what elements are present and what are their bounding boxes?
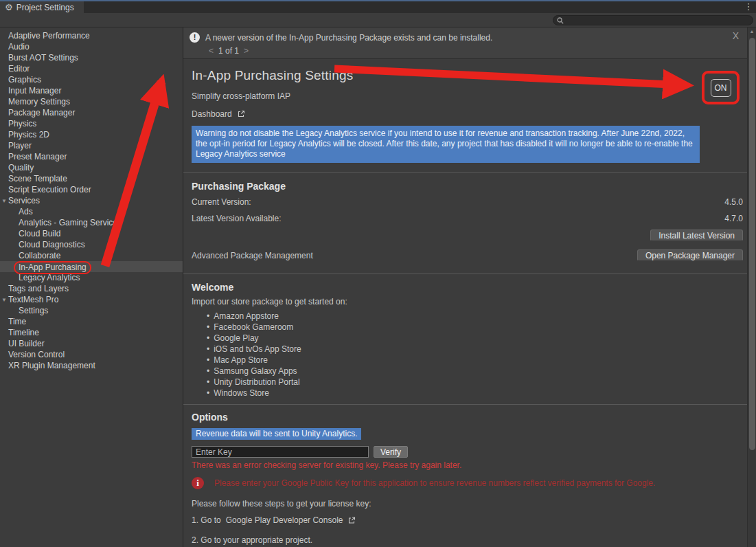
sidebar-item-label: UI Builder (8, 339, 45, 348)
store-name: Amazon Appstore (214, 311, 279, 321)
store-list-item: •Facebook Gameroom (207, 322, 743, 333)
sidebar-item-label: Cloud Diagnostics (19, 240, 85, 249)
bullet-icon: • (207, 355, 209, 365)
sidebar-item-version-control[interactable]: Version Control (0, 349, 183, 360)
sidebar-item-tags-and-layers[interactable]: Tags and Layers (0, 283, 183, 294)
pager-next-icon[interactable]: > (244, 46, 249, 56)
sidebar-item-cloud-diagnostics[interactable]: Cloud Diagnostics (0, 239, 183, 250)
sidebar-item-settings[interactable]: Settings (0, 305, 183, 316)
pager-prev-icon[interactable]: < (209, 46, 214, 56)
sidebar-item-label: Ads (19, 207, 33, 216)
sidebar-item-package-manager[interactable]: Package Manager (0, 107, 183, 118)
tab-project-settings[interactable]: ⚙ Project Settings (0, 1, 84, 13)
toolbar (0, 13, 756, 27)
store-list-item: •Mac App Store (207, 355, 743, 366)
sidebar-item-audio[interactable]: Audio (0, 41, 183, 52)
bullet-icon: • (207, 333, 209, 343)
search-input[interactable] (566, 16, 746, 25)
kebab-menu-icon[interactable]: ⋮ (741, 1, 756, 13)
sidebar-list: Adaptive PerformanceAudioBurst AOT Setti… (0, 30, 183, 371)
store-name: Facebook Gameroom (214, 322, 293, 332)
banner-message: A newer version of the In-App Purchasing… (205, 33, 492, 43)
bullet-icon: • (207, 377, 209, 387)
sidebar-item-services[interactable]: ▼Services (0, 195, 183, 206)
sidebar-item-scene-template[interactable]: Scene Template (0, 173, 183, 184)
store-list: •Amazon Appstore•Facebook Gameroom•Googl… (192, 311, 743, 399)
sidebar-item-editor[interactable]: Editor (0, 63, 183, 74)
section-divider (183, 172, 747, 173)
section-divider (183, 274, 747, 274)
sidebar-item-label: Burst AOT Settings (8, 53, 78, 63)
on-toggle-annotation-box: ON (702, 71, 740, 104)
vertical-scrollbar[interactable]: ▲ (747, 27, 756, 547)
sidebar-item-memory-settings[interactable]: Memory Settings (0, 96, 183, 107)
settings-sidebar: Adaptive PerformanceAudioBurst AOT Setti… (0, 27, 183, 547)
store-name: iOS and tvOs App Store (214, 344, 301, 354)
google-key-notice-row: i Please enter your Google Public Key fo… (192, 477, 743, 489)
sidebar-item-physics[interactable]: Physics (0, 118, 183, 129)
sidebar-item-quality[interactable]: Quality (0, 162, 183, 173)
sidebar-item-timeline[interactable]: Timeline (0, 327, 183, 338)
google-play-console-link[interactable]: Google Play Developer Console (226, 515, 343, 525)
bullet-icon: • (207, 388, 209, 398)
page-subtitle: Simplify cross-platform IAP (192, 91, 743, 101)
sidebar-item-label: Player (8, 141, 32, 150)
external-link-icon (237, 110, 245, 118)
sidebar-item-label: TextMesh Pro (8, 295, 58, 304)
sidebar-item-script-execution-order[interactable]: Script Execution Order (0, 184, 183, 195)
latest-version-row: Latest Version Available: 4.7.0 (192, 214, 743, 223)
sidebar-item-label: Input Manager (8, 86, 61, 96)
store-name: Google Play (214, 333, 258, 343)
sidebar-item-input-manager[interactable]: Input Manager (0, 85, 183, 96)
store-name: Windows Store (214, 388, 269, 398)
sidebar-item-collaborate[interactable]: Collaborate (0, 250, 183, 261)
open-package-manager-button[interactable]: Open Package Manager (637, 249, 743, 261)
close-icon[interactable]: X (733, 30, 739, 41)
dashboard-link[interactable]: Dashboard (192, 109, 245, 119)
sidebar-item-player[interactable]: Player (0, 140, 183, 151)
sidebar-item-preset-manager[interactable]: Preset Manager (0, 151, 183, 162)
sidebar-item-xr-plugin-management[interactable]: XR Plugin Management (0, 360, 183, 371)
dashboard-label: Dashboard (192, 109, 232, 119)
main-panel: ! A newer version of the In-App Purchasi… (183, 27, 747, 547)
sidebar-item-analytics-gaming-services[interactable]: Analytics - Gaming Services (0, 217, 183, 228)
sidebar-item-label: Services (8, 196, 40, 205)
search-box[interactable] (553, 15, 753, 25)
current-version-row: Current Version: 4.5.0 (192, 197, 743, 207)
window-body: Adaptive PerformanceAudioBurst AOT Setti… (0, 27, 756, 547)
bullet-icon: • (207, 311, 209, 321)
service-on-toggle[interactable]: ON (711, 79, 731, 97)
sidebar-item-in-app-purchasing[interactable]: In-App Purchasing (0, 261, 183, 272)
expand-triangle-icon[interactable]: ▼ (1, 196, 7, 207)
sidebar-item-ui-builder[interactable]: UI Builder (0, 338, 183, 349)
store-list-item: •Windows Store (207, 388, 743, 399)
sidebar-item-time[interactable]: Time (0, 316, 183, 327)
page-title: In-App Purchasing Settings (192, 68, 743, 83)
sidebar-item-adaptive-performance[interactable]: Adaptive Performance (0, 30, 183, 41)
bullet-icon: • (207, 366, 209, 376)
current-version-value: 4.5.0 (724, 197, 743, 207)
welcome-heading: Welcome (192, 282, 743, 293)
step1-prefix: 1. Go to (192, 515, 221, 525)
sidebar-item-label: Tags and Layers (8, 284, 69, 293)
tab-strip-spacer (84, 1, 741, 13)
verify-button[interactable]: Verify (374, 446, 408, 458)
install-latest-version-button[interactable]: Install Latest Version (650, 230, 743, 241)
latest-version-label: Latest Version Available: (192, 214, 282, 223)
sidebar-item-label: Analytics - Gaming Services (19, 218, 122, 227)
sidebar-item-graphics[interactable]: Graphics (0, 74, 183, 85)
sidebar-item-burst-aot-settings[interactable]: Burst AOT Settings (0, 52, 183, 63)
scrollbar-thumb[interactable] (749, 38, 755, 450)
store-name: Mac App Store (214, 355, 268, 365)
store-list-item: •Samsung Galaxy Apps (207, 366, 743, 377)
sidebar-item-cloud-build[interactable]: Cloud Build (0, 228, 183, 239)
sidebar-item-physics-2d[interactable]: Physics 2D (0, 129, 183, 140)
legacy-analytics-warning: Warning do not disable the Legacy Analyt… (192, 126, 700, 163)
sidebar-item-label: Editor (8, 64, 30, 74)
expand-triangle-icon[interactable]: ▼ (1, 295, 7, 306)
sidebar-item-textmesh-pro[interactable]: ▼TextMesh Pro (0, 294, 183, 305)
license-key-input[interactable] (192, 446, 369, 458)
scroll-up-icon[interactable]: ▲ (748, 29, 756, 34)
bullet-icon: • (207, 344, 209, 354)
sidebar-item-ads[interactable]: Ads (0, 206, 183, 217)
